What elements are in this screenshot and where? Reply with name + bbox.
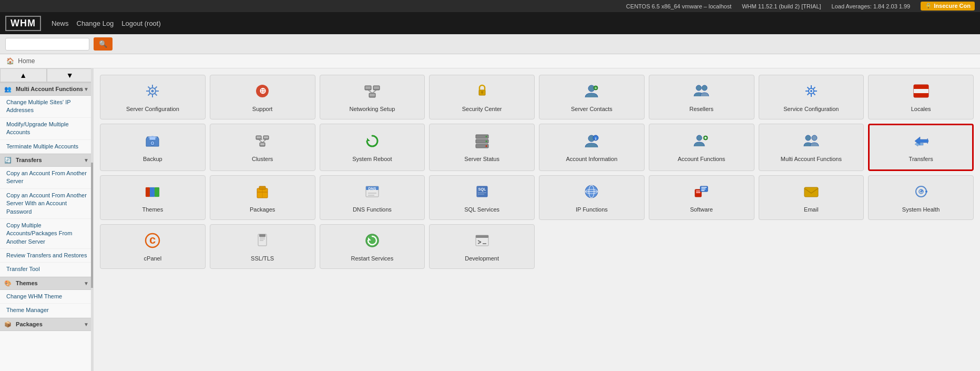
tile-service-configuration[interactable]: Service Configuration [759,75,864,119]
svg-line-9 [148,93,150,95]
tile-resellers-label: Resellers [689,105,713,113]
cpanel-icon: c [144,232,161,252]
development-icon [474,232,491,252]
tile-backup[interactable]: Backup [100,124,206,171]
nav-changelog[interactable]: Change Log [77,19,114,27]
locales-icon [913,83,930,102]
tile-transfers-label: Transfers [909,155,933,163]
sidebar-item-terminate-multiple[interactable]: Terminate Multiple Accounts [0,140,93,154]
svg-point-64 [697,135,702,141]
sidebar-section-transfers[interactable]: 🔄 Transfers ▼ [0,154,93,167]
tile-locales[interactable]: Locales [868,75,974,119]
sidebar-section-packages[interactable]: 📦 Packages ▼ [0,318,93,331]
tiles-row-2: Backup Clusters [100,124,974,171]
search-button[interactable]: 🔍 [94,37,113,51]
tile-email[interactable]: Email [759,175,864,220]
tile-ip-functions-label: IP Functions [576,206,608,213]
tile-server-status[interactable]: Server Status [429,124,535,171]
tile-account-information[interactable]: i Account Information [539,124,645,171]
sidebar-item-theme-manager[interactable]: Theme Manager [0,304,93,317]
tile-system-health[interactable]: System Health [868,175,974,220]
sidebar-item-copy-account[interactable]: Copy an Account From Another Server [0,167,93,189]
backup-icon [144,133,161,152]
sidebar-scroll-down[interactable]: ▼ [47,68,94,82]
tile-networking-setup[interactable]: Networking Setup [320,75,425,119]
clusters-icon [254,133,271,152]
svg-rect-39 [914,85,928,89]
sidebar-section-themes[interactable]: 🎨 Themes ▼ [0,277,93,290]
svg-rect-50 [260,143,264,145]
server-status-icon [474,133,491,152]
search-bar: 🔍 [0,34,980,54]
svg-line-6 [148,87,150,89]
system-reboot-icon [364,133,381,152]
tile-transfers[interactable]: Transfers [868,124,974,171]
insecure-badge[interactable]: 🔒 Insecure Con [921,2,975,11]
tile-security-center[interactable]: Security Center [429,75,535,119]
tile-packages-label: Packages [250,206,275,213]
sidebar-section-multi-account[interactable]: 👥 Multi Account Functions ▼ [0,83,93,96]
tile-dns-functions[interactable]: DNS DNS Functions [320,175,425,220]
nav-news[interactable]: News [52,19,69,27]
svg-point-27 [702,85,707,91]
sidebar-scroll-up[interactable]: ▲ [0,68,47,82]
account-functions-icon [693,133,710,152]
svg-line-36 [813,87,815,89]
svg-point-1 [151,90,154,93]
load-averages: Load Averages: 1.84 2.03 1.99 [832,3,911,9]
server-configuration-icon [144,83,161,102]
tile-server-configuration[interactable]: Server Configuration [100,75,206,119]
tile-system-reboot-label: System Reboot [352,155,392,163]
svg-rect-40 [914,89,928,93]
transfers-tile-icon [913,133,930,152]
svg-rect-41 [914,93,928,97]
svg-rect-17 [370,94,375,96]
tile-server-contacts[interactable]: + Server Contacts [539,75,645,119]
resellers-icon [693,83,710,102]
tile-ip-functions[interactable]: IP Functions [539,175,645,220]
svg-line-8 [155,87,157,89]
svg-rect-48 [264,136,268,138]
tile-multi-account-functions[interactable]: Multi Account Functions [759,124,864,171]
tile-development[interactable]: Development [429,224,535,269]
tile-clusters[interactable]: Clusters [210,124,315,171]
sidebar-item-transfer-tool[interactable]: Transfer Tool [0,263,93,276]
sidebar-item-copy-multiple[interactable]: Copy Multiple Accounts/Packages From Ano… [0,219,93,249]
main-content: Server Configuration ⊕ Support [94,68,980,371]
tile-restart-services[interactable]: Restart Services [320,224,425,269]
sidebar-item-modify-upgrade[interactable]: Modify/Upgrade Multiple Accounts [0,118,93,140]
svg-point-68 [805,135,811,141]
security-center-icon [474,83,491,102]
account-information-icon: i [583,133,600,152]
tile-sql-services[interactable]: SQL SQL Services [429,175,535,220]
sidebar-item-change-multiple-ip[interactable]: Change Multiple Sites' IP Addresses [0,96,93,118]
tile-server-configuration-label: Server Configuration [126,105,179,113]
tile-support[interactable]: ⊕ Support [210,75,315,119]
tile-ssl-tls[interactable]: SSL/TLS [210,224,315,269]
sidebar-scrollbar-thumb [91,163,93,288]
tile-packages[interactable]: Packages [210,175,315,220]
tile-cpanel[interactable]: c cPanel [100,224,206,269]
tile-account-functions[interactable]: Account Functions [649,124,754,171]
tile-resellers[interactable]: Resellers [649,75,754,119]
tile-system-reboot[interactable]: System Reboot [320,124,425,171]
svg-text:c: c [149,233,156,246]
themes-tile-icon [144,183,161,203]
sidebar-item-copy-account-password[interactable]: Copy an Account From Another Server With… [0,189,93,219]
tile-email-label: Email [804,206,819,213]
tile-themes[interactable]: Themes [100,175,206,220]
tile-software[interactable]: Software [649,175,754,220]
breadcrumb-home[interactable]: Home [18,57,35,65]
ip-functions-icon [583,183,600,203]
search-input[interactable] [5,38,89,51]
sidebar-item-change-whm-theme[interactable]: Change WHM Theme [0,290,93,304]
sidebar-section-transfers-label: Transfers [16,157,42,163]
sidebar-item-review-transfers[interactable]: Review Transfers and Restores [0,249,93,263]
svg-rect-74 [150,187,155,197]
svg-rect-46 [257,136,261,138]
svg-point-21 [481,91,483,93]
software-icon [693,183,710,203]
multi-account-functions-icon [803,133,820,152]
svg-point-69 [812,135,817,141]
nav-logout[interactable]: Logout (root) [121,19,160,27]
